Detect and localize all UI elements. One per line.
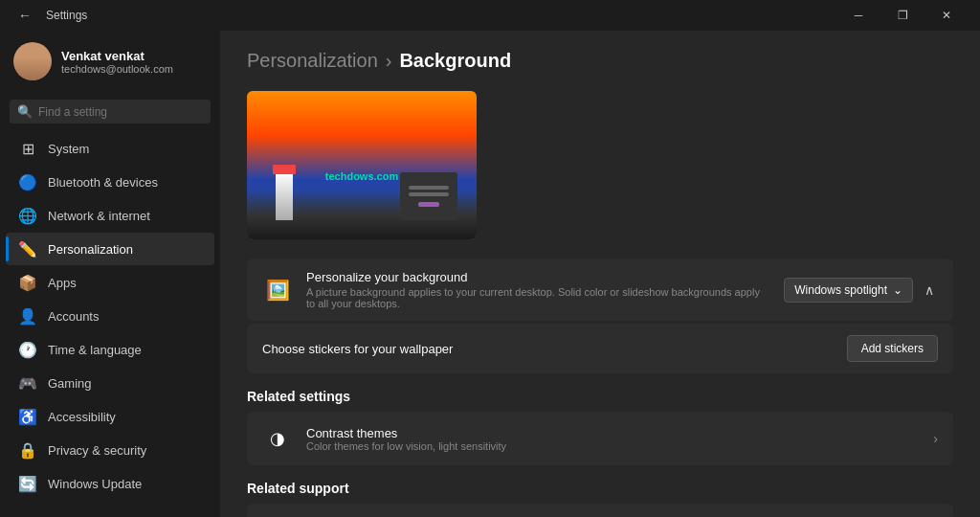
preview-btn-row	[418, 202, 439, 207]
sidebar-item-accessibility[interactable]: ♿Accessibility	[6, 400, 214, 433]
personalize-title: Personalize your background	[306, 270, 770, 284]
sidebar-item-apps[interactable]: 📦Apps	[6, 266, 214, 299]
update-icon: 🔄	[19, 475, 36, 492]
restore-button[interactable]: ❐	[880, 0, 924, 31]
breadcrumb: Personalization › Background	[247, 50, 953, 72]
personalization-icon: ✏️	[19, 240, 36, 258]
dropdown-label: Windows spotlight	[794, 283, 887, 297]
privacy-icon: 🔒	[19, 441, 36, 459]
accounts-icon: 👤	[19, 307, 36, 325]
sidebar-item-label-personalization: Personalization	[48, 242, 133, 257]
contrast-themes-row[interactable]: ◑ Contrast themes Color themes for low v…	[247, 412, 953, 465]
nav-container: ⊞System🔵Bluetooth & devices🌐Network & in…	[0, 131, 220, 501]
search-box[interactable]: 🔍	[10, 100, 211, 124]
active-indicator	[6, 236, 9, 261]
bluetooth-icon: 🔵	[19, 173, 36, 191]
sidebar-item-label-network: Network & internet	[48, 209, 150, 223]
sidebar-item-network[interactable]: 🌐Network & internet	[6, 199, 214, 232]
sidebar-item-update[interactable]: 🔄Windows Update	[6, 467, 214, 500]
background-type-dropdown[interactable]: Windows spotlight ⌄	[784, 278, 913, 303]
user-section[interactable]: Venkat venkat techdows@outlook.com	[0, 31, 220, 92]
sidebar-item-label-update: Windows Update	[48, 477, 142, 491]
sidebar-item-accounts[interactable]: 👤Accounts	[6, 300, 214, 332]
sidebar-item-privacy[interactable]: 🔒Privacy & security	[6, 434, 214, 466]
system-icon: ⊞	[19, 140, 36, 157]
sidebar-item-gaming[interactable]: 🎮Gaming	[6, 367, 214, 399]
personalize-control: Windows spotlight ⌄ ∧	[784, 278, 938, 303]
user-name: Venkat venkat	[61, 49, 173, 63]
breadcrumb-sep: ›	[386, 50, 392, 72]
sidebar-item-bluetooth[interactable]: 🔵Bluetooth & devices	[6, 166, 214, 198]
breadcrumb-parent: Personalization	[247, 50, 378, 72]
preview-line-1	[409, 186, 449, 190]
personalize-text: Personalize your background A picture ba…	[306, 270, 770, 309]
app-body: Venkat venkat techdows@outlook.com 🔍 ⊞Sy…	[0, 31, 980, 517]
watermark: techdows.com	[325, 170, 398, 182]
contrast-icon: ◑	[262, 423, 293, 454]
sidebar-item-label-system: System	[48, 142, 89, 156]
collapse-button[interactable]: ∧	[921, 279, 938, 302]
add-stickers-button[interactable]: Add stickers	[847, 335, 938, 362]
sidebar-item-label-bluetooth: Bluetooth & devices	[48, 175, 158, 190]
search-input[interactable]	[38, 105, 203, 119]
breadcrumb-current: Background	[399, 50, 511, 72]
gaming-icon: 🎮	[19, 374, 36, 392]
contrast-text: Contrast themes Color themes for low vis…	[306, 426, 920, 452]
user-email: techdows@outlook.com	[61, 63, 173, 75]
contrast-title: Contrast themes	[306, 426, 920, 440]
user-info: Venkat venkat techdows@outlook.com	[61, 49, 173, 75]
dropdown-arrow-icon: ⌄	[893, 283, 902, 297]
personalize-row: 🖼️ Personalize your background A picture…	[247, 258, 953, 321]
sticker-label: Choose stickers for your wallpaper	[262, 342, 453, 356]
sticker-row: Choose stickers for your wallpaper Add s…	[247, 324, 953, 373]
help-background-row[interactable]: 🌐 Help with Background ∧ php	[247, 504, 953, 517]
background-preview: techdows.com	[247, 91, 477, 239]
sidebar-item-personalization[interactable]: ✏️Personalization	[6, 233, 214, 265]
minimize-button[interactable]: ─	[836, 0, 880, 31]
sidebar-item-label-gaming: Gaming	[48, 376, 92, 391]
contrast-desc: Color themes for low vision, light sensi…	[306, 440, 920, 452]
related-settings-label: Related settings	[247, 389, 953, 404]
personalize-icon: 🖼️	[262, 275, 293, 305]
sidebar-item-system[interactable]: ⊞System	[6, 132, 214, 165]
chevron-right-icon: ›	[933, 431, 938, 446]
preview-lighthouse	[276, 172, 293, 220]
related-support-label: Related support	[247, 481, 953, 496]
sidebar-item-label-privacy: Privacy & security	[48, 443, 146, 458]
sidebar-item-label-accounts: Accounts	[48, 309, 99, 324]
network-icon: 🌐	[19, 207, 36, 224]
sidebar-item-label-time: Time & language	[48, 343, 142, 357]
accessibility-icon: ♿	[19, 408, 36, 425]
main-content: Personalization › Background techdows.co…	[220, 31, 980, 517]
sidebar-item-label-accessibility: Accessibility	[48, 410, 116, 424]
back-button[interactable]: ←	[11, 2, 38, 29]
time-icon: 🕐	[19, 341, 36, 358]
preview-mini-btn	[418, 202, 439, 207]
sidebar-item-time[interactable]: 🕐Time & language	[6, 333, 214, 366]
titlebar-title: Settings	[46, 9, 836, 22]
apps-icon: 📦	[19, 274, 36, 291]
sidebar: Venkat venkat techdows@outlook.com 🔍 ⊞Sy…	[0, 31, 220, 517]
sidebar-item-label-apps: Apps	[48, 276, 77, 290]
close-button[interactable]: ✕	[924, 0, 969, 31]
search-icon: 🔍	[17, 104, 33, 119]
titlebar-controls: ─ ❐ ✕	[836, 0, 969, 31]
titlebar: ← Settings ─ ❐ ✕	[0, 0, 980, 31]
personalize-desc: A picture background applies to your cur…	[306, 286, 770, 309]
preview-line-2	[409, 192, 449, 196]
preview-overlay	[400, 172, 457, 220]
avatar	[13, 42, 52, 80]
